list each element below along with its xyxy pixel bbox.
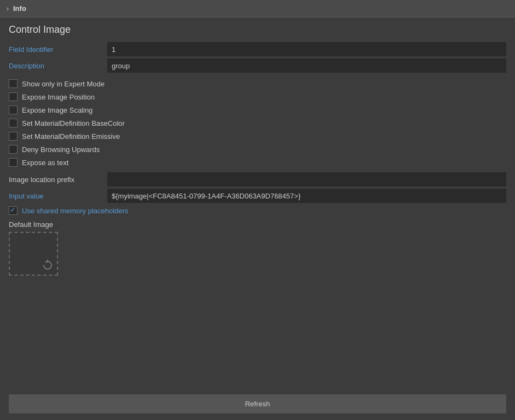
image-location-input[interactable] — [107, 172, 506, 186]
expose-text-label: Expose as text — [22, 159, 68, 167]
input-value-label: Input value — [9, 192, 107, 200]
image-location-row: Image location prefix — [9, 172, 506, 186]
checkbox-expose-scaling[interactable]: Expose Image Scaling — [9, 104, 506, 115]
expose-text-checkbox[interactable] — [9, 158, 18, 167]
checkbox-expert-mode[interactable]: Show only in Expert Mode — [9, 78, 506, 89]
content-area: Control Image Field Identifier 1 Descrip… — [0, 18, 515, 420]
expose-position-checkbox[interactable] — [9, 92, 18, 101]
info-header-title: Info — [13, 4, 26, 13]
checkbox-set-emissive[interactable]: Set MaterialDefinition Emissive — [9, 131, 506, 142]
checkbox-expose-text[interactable]: Expose as text — [9, 157, 506, 168]
set-basecolor-label: Set MaterialDefinition BaseColor — [22, 119, 125, 127]
checkbox-set-basecolor[interactable]: Set MaterialDefinition BaseColor — [9, 118, 506, 129]
use-shared-row[interactable]: Use shared memory placeholders — [9, 205, 506, 216]
expose-scaling-checkbox[interactable] — [9, 106, 18, 114]
expose-position-label: Expose Image Position — [22, 93, 95, 101]
refresh-image-icon — [42, 259, 54, 271]
checkbox-deny-browsing[interactable]: Deny Browsing Upwards — [9, 144, 506, 155]
chevron-icon: › — [7, 5, 9, 13]
expose-scaling-label: Expose Image Scaling — [22, 106, 92, 114]
image-location-label: Image location prefix — [9, 176, 107, 184]
field-identifier-label: Field Identifier — [9, 45, 107, 54]
field-identifier-value[interactable]: 1 — [107, 42, 506, 56]
expert-mode-checkbox[interactable] — [9, 79, 18, 88]
default-image-box[interactable] — [9, 232, 58, 276]
default-image-label: Default Image — [9, 220, 506, 229]
deny-browsing-checkbox[interactable] — [9, 145, 18, 154]
set-basecolor-checkbox[interactable] — [9, 119, 18, 127]
set-emissive-checkbox[interactable] — [9, 132, 18, 141]
section-title: Control Image — [9, 24, 506, 36]
set-emissive-label: Set MaterialDefinition Emissive — [22, 132, 120, 141]
field-identifier-row: Field Identifier 1 — [9, 42, 506, 56]
refresh-button[interactable]: Refresh — [9, 394, 506, 413]
main-panel: › Info Control Image Field Identifier 1 … — [0, 0, 515, 420]
use-shared-checkbox[interactable] — [9, 206, 18, 215]
use-shared-label: Use shared memory placeholders — [22, 207, 128, 215]
description-value[interactable]: group — [107, 59, 506, 73]
info-header[interactable]: › Info — [0, 0, 515, 18]
description-row: Description group — [9, 59, 506, 73]
description-label: Description — [9, 62, 107, 70]
input-value-row: Input value ${myimage|<FC8A8451-0799-1A4… — [9, 189, 506, 203]
expert-mode-label: Show only in Expert Mode — [22, 80, 105, 88]
input-value-field[interactable]: ${myimage|<FC8A8451-0799-1A4F-A36D063A9D… — [107, 189, 506, 203]
checkbox-expose-position[interactable]: Expose Image Position — [9, 91, 506, 102]
deny-browsing-label: Deny Browsing Upwards — [22, 145, 100, 154]
